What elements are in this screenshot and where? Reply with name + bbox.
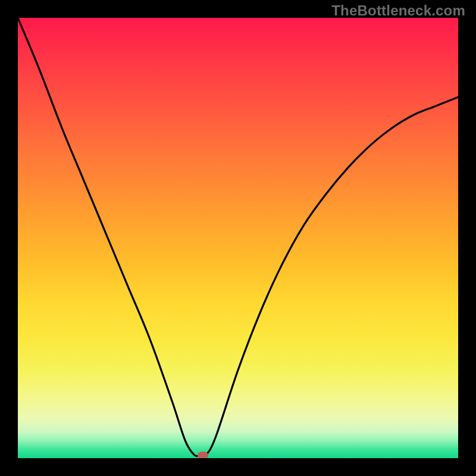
optimal-point-marker	[198, 452, 208, 458]
plot-area	[18, 18, 458, 458]
chart-frame: TheBottleneck.com	[0, 0, 476, 476]
bottleneck-curve	[18, 18, 458, 458]
watermark-text: TheBottleneck.com	[331, 2, 465, 19]
